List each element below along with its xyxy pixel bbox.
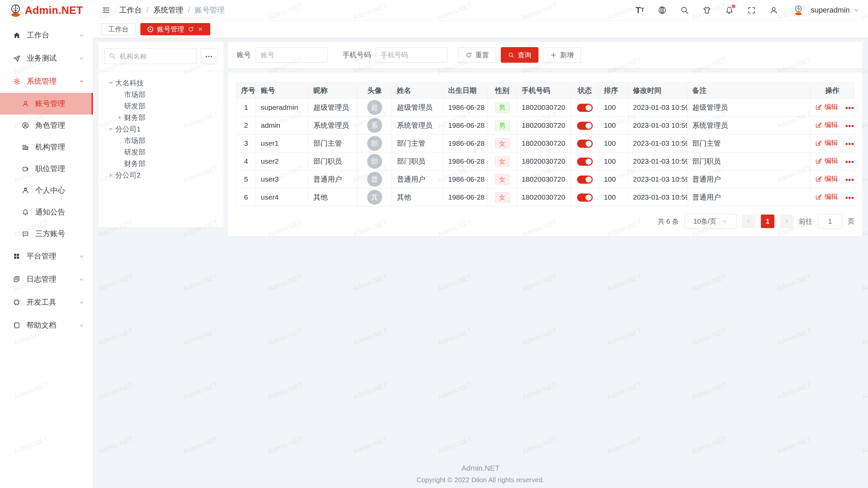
avatar: 系 — [367, 118, 382, 133]
column-header: 昵称 — [309, 83, 357, 99]
tree-node[interactable]: 市场部 — [104, 89, 218, 100]
sidebar-item-help-docs[interactable]: 帮助文档 — [0, 314, 93, 337]
row-more-button[interactable]: ••• — [845, 122, 854, 130]
edit-button[interactable]: 编辑 — [815, 120, 838, 129]
caret-closed-icon[interactable] — [106, 172, 115, 179]
next-page-button[interactable] — [780, 215, 793, 228]
theme-icon[interactable] — [703, 6, 711, 15]
refresh-icon[interactable] — [188, 26, 194, 32]
sidebar-item-role-management[interactable]: 角色管理 — [0, 115, 93, 136]
sidebar-item-notice[interactable]: 通知公告 — [0, 201, 93, 223]
tree-node[interactable]: 市场部 — [104, 135, 218, 146]
close-icon[interactable] — [198, 26, 203, 32]
tree-node[interactable]: 分公司1 — [104, 123, 218, 135]
search-icon — [109, 53, 116, 59]
reset-button[interactable]: 重置 — [458, 47, 496, 63]
sidebar-item-workbench[interactable]: 工作台 — [0, 24, 93, 47]
sidebar-item-third-party-account[interactable]: 三方账号 — [0, 223, 93, 245]
chevron-down-icon — [79, 254, 84, 259]
gender-tag: 女 — [495, 192, 510, 203]
row-more-button[interactable]: ••• — [845, 194, 854, 202]
query-button[interactable]: 查询 — [501, 47, 538, 63]
tree-node-label: 分公司2 — [115, 170, 141, 180]
sidebar-item-org-management[interactable]: 机构管理 — [0, 136, 93, 158]
edit-button[interactable]: 编辑 — [815, 102, 838, 111]
breadcrumb-item[interactable]: 系统管理 — [153, 5, 183, 15]
sidebar-item-business-test[interactable]: 业务测试 — [0, 47, 93, 70]
page-size-select[interactable]: 10条/页 — [684, 214, 736, 229]
menu-fold-icon[interactable] — [102, 6, 111, 15]
edit-icon — [815, 140, 822, 146]
status-toggle[interactable] — [577, 140, 593, 148]
footer-title: Admin.NET — [93, 464, 868, 473]
org-tree-panel: ••• 大名科技市场部研发部财务部分公司1市场部研发部财务部分公司2 — [98, 41, 224, 228]
org-icon — [22, 143, 29, 151]
notification-icon[interactable] — [725, 6, 734, 15]
row-more-button[interactable]: ••• — [845, 140, 854, 148]
search-icon[interactable] — [680, 6, 689, 15]
current-page[interactable]: 1 — [761, 215, 774, 228]
sidebar-item-log-management[interactable]: 日志管理 — [0, 268, 93, 291]
chevron-left-icon — [746, 219, 751, 224]
caret-closed-icon[interactable] — [115, 114, 124, 121]
plus-icon — [550, 52, 557, 58]
tree-node[interactable]: 大名科技 — [104, 77, 218, 89]
app-logo[interactable]: Admin.NET — [0, 0, 93, 21]
caret-placeholder — [115, 103, 124, 109]
avatar-mascot-icon — [793, 5, 804, 16]
tree-node[interactable]: 研发部 — [104, 100, 218, 112]
user-avatar[interactable] — [792, 3, 805, 17]
tree-node[interactable]: 财务部 — [104, 112, 218, 123]
status-toggle[interactable] — [577, 104, 593, 112]
status-toggle[interactable] — [577, 122, 593, 130]
language-icon[interactable] — [658, 6, 667, 15]
chevron-down-icon[interactable] — [854, 7, 859, 13]
edit-button[interactable]: 编辑 — [815, 156, 838, 165]
sidebar-item-personal-center[interactable]: 个人中心 — [0, 180, 93, 201]
org-search-input[interactable] — [104, 48, 197, 64]
breadcrumb-item[interactable]: 工作台 — [119, 5, 142, 15]
font-size-icon[interactable]: TT — [635, 5, 644, 15]
phone-filter-label: 手机号码 — [342, 50, 371, 60]
page-footer: Admin.NET Copyright © 2022 Dilon All rig… — [93, 464, 868, 484]
sidebar-item-account-management[interactable]: 账号管理 — [0, 93, 93, 115]
row-more-button[interactable]: ••• — [845, 158, 854, 166]
sidebar-item-dev-tools[interactable]: 开发工具 — [0, 291, 93, 314]
tab-workbench[interactable]: 工作台 — [101, 23, 136, 35]
row-more-button[interactable]: ••• — [845, 176, 854, 184]
tab-account-management[interactable]: 账号管理 — [140, 23, 210, 35]
user-icon[interactable] — [769, 6, 778, 15]
edit-button[interactable]: 编辑 — [815, 174, 838, 183]
account-table-panel: 序号账号昵称头像姓名出生日期性别手机号码状态排序修改时间备注操作 1 super… — [228, 72, 863, 237]
username[interactable]: superadmin — [811, 6, 850, 15]
status-toggle[interactable] — [577, 158, 593, 166]
cell-name: 部门主管 — [392, 135, 443, 152]
phone-filter-input[interactable] — [376, 47, 448, 63]
row-more-button[interactable]: ••• — [845, 104, 854, 112]
add-button[interactable]: 新增 — [543, 47, 581, 63]
edit-icon — [815, 176, 822, 182]
cell-name: 系统管理员 — [392, 117, 443, 135]
home-icon — [13, 32, 21, 39]
caret-open-icon[interactable] — [106, 126, 115, 133]
avatar: 超 — [367, 100, 382, 115]
caret-open-icon[interactable] — [106, 80, 115, 86]
status-toggle[interactable] — [577, 194, 593, 202]
tree-node[interactable]: 分公司2 — [104, 169, 218, 181]
sidebar-item-platform-management[interactable]: 平台管理 — [0, 245, 93, 268]
tree-node[interactable]: 研发部 — [104, 146, 218, 158]
tree-more-button[interactable]: ••• — [201, 48, 218, 64]
prev-page-button[interactable] — [742, 215, 755, 228]
status-toggle[interactable] — [577, 176, 593, 184]
sidebar-item-system-management[interactable]: 系统管理 — [0, 70, 93, 93]
goto-page-input[interactable] — [818, 214, 842, 228]
tree-node[interactable]: 财务部 — [104, 158, 218, 169]
edit-button[interactable]: 编辑 — [815, 192, 838, 201]
cell-account: user1 — [256, 135, 309, 152]
account-filter-label: 账号 — [237, 50, 251, 60]
edit-button[interactable]: 编辑 — [815, 138, 838, 147]
fullscreen-icon[interactable] — [747, 6, 756, 15]
cell-remark: 部门主管 — [687, 135, 810, 152]
sidebar-item-position-management[interactable]: 职位管理 — [0, 158, 93, 180]
account-filter-input[interactable] — [256, 47, 328, 63]
